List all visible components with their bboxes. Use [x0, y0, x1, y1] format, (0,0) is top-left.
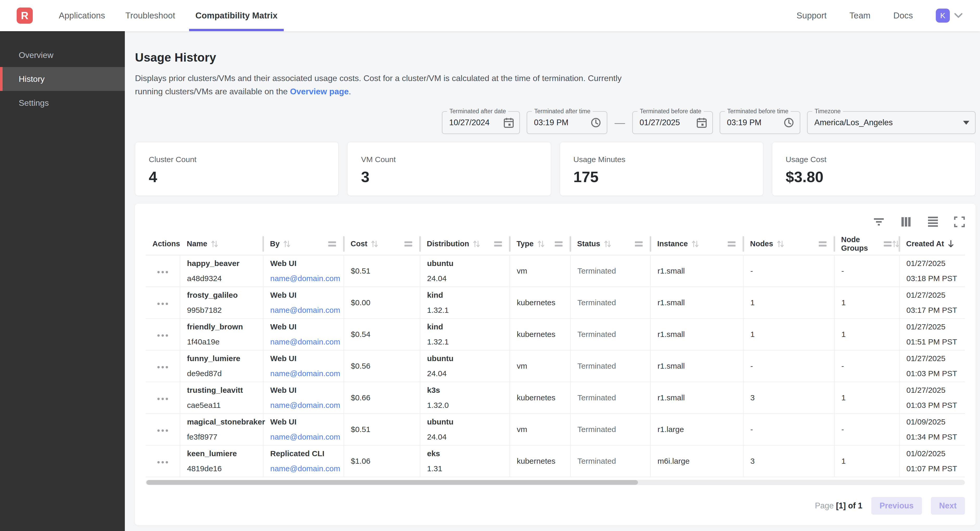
node-groups-cell: 1 — [834, 287, 899, 319]
row-actions-cell — [146, 319, 180, 350]
dropdown-arrow-icon[interactable] — [956, 121, 969, 125]
column-header-type[interactable]: Type — [510, 233, 570, 255]
overview-page-link[interactable]: Overview page — [290, 87, 349, 96]
node-groups-cell: 1 — [834, 319, 899, 350]
nav-link-docs[interactable]: Docs — [893, 11, 913, 21]
scrollbar-thumb[interactable] — [146, 480, 638, 485]
column-menu-icon[interactable] — [494, 240, 502, 248]
tab-applications[interactable]: Applications — [52, 0, 111, 31]
name-primary: trusting_leavitt — [187, 385, 263, 395]
row-actions-button[interactable] — [155, 395, 170, 403]
dist-primary: kind — [427, 290, 509, 300]
row-actions-button[interactable] — [155, 332, 170, 339]
terminated-before-time-label: Terminated before time — [725, 108, 791, 115]
node-groups-cell: - — [834, 350, 899, 382]
type: kubernetes — [517, 457, 555, 465]
stat-label: Usage Cost — [786, 155, 975, 164]
sidebar-item-settings[interactable]: Settings — [0, 91, 125, 115]
type: vm — [517, 266, 527, 275]
nodes: 3 — [750, 457, 755, 465]
nodes: - — [750, 425, 753, 434]
horizontal-scrollbar[interactable] — [146, 480, 965, 485]
column-menu-icon[interactable] — [884, 240, 892, 248]
column-menu-icon[interactable] — [728, 240, 735, 248]
dist-secondary: 24.04 — [427, 273, 509, 284]
clock-icon[interactable] — [584, 117, 601, 128]
tab-troubleshoot[interactable]: Troubleshoot — [119, 0, 181, 31]
sidebar-item-overview[interactable]: Overview — [0, 43, 125, 67]
instance-cell: r1.small — [651, 255, 743, 287]
email-link[interactable]: name@domain.com — [270, 401, 340, 409]
fullscreen-icon[interactable] — [954, 216, 965, 227]
created-date: 01/09/2025 — [907, 417, 965, 427]
email-link[interactable]: name@domain.com — [270, 338, 340, 346]
terminated-after-date-field[interactable]: Terminated after date 10/27/2024 — [442, 111, 520, 134]
columns-icon[interactable] — [900, 217, 912, 227]
column-header-cost[interactable]: Cost — [344, 233, 420, 255]
row-actions-button[interactable] — [155, 458, 170, 466]
column-menu-icon[interactable] — [555, 240, 563, 248]
email-link[interactable]: name@domain.com — [270, 369, 340, 378]
column-menu-icon[interactable] — [819, 240, 827, 248]
chevron-down-icon[interactable] — [954, 13, 963, 19]
email-link[interactable]: name@domain.com — [270, 464, 340, 473]
column-header-status[interactable]: Status — [570, 233, 651, 255]
terminated-before-date-value: 01/27/2025 — [640, 118, 680, 127]
column-header-actions: Actions — [146, 233, 180, 255]
cost: $0.66 — [351, 393, 371, 402]
stat-card-usage-cost: Usage Cost $3.80 — [772, 142, 975, 196]
created-at-cell: 01/02/202501:07 PM PST — [899, 445, 965, 477]
column-menu-icon[interactable] — [404, 240, 412, 248]
sort-icon — [371, 239, 378, 248]
name-cell: trusting_leavittcae5ea11 — [180, 382, 263, 414]
column-menu-icon[interactable] — [635, 240, 643, 248]
terminated-after-time-value: 03:19 PM — [534, 118, 568, 127]
row-actions-button[interactable] — [155, 268, 170, 276]
nodes-cell: - — [743, 255, 834, 287]
column-header-created-at[interactable]: Created At — [899, 233, 965, 255]
replicated-logo[interactable]: R — [17, 8, 33, 24]
previous-page-button[interactable]: Previous — [871, 497, 922, 515]
sort-icon — [537, 239, 545, 248]
user-avatar[interactable]: K — [936, 9, 950, 22]
sidebar-item-history[interactable]: History — [0, 67, 125, 91]
description-period: . — [349, 87, 351, 96]
by-primary: Web UI — [270, 385, 344, 395]
column-header-distribution[interactable]: Distribution — [420, 233, 510, 255]
table-row: magical_stonebrakerfe3f8977 Web UIname@d… — [146, 414, 965, 445]
status-badge: Terminated — [578, 425, 616, 434]
table-row: happy_beavera48d9324 Web UIname@domain.c… — [146, 255, 965, 287]
column-header-by[interactable]: By — [263, 233, 344, 255]
tab-compatibility-matrix[interactable]: Compatibility Matrix — [189, 0, 283, 31]
name-cell: magical_stonebrakerfe3f8977 — [180, 414, 263, 445]
created-time: 01:03 PM PST — [907, 400, 965, 411]
calendar-icon[interactable] — [690, 117, 706, 128]
density-icon[interactable] — [927, 216, 939, 228]
terminated-before-time-field[interactable]: Terminated before time 03:19 PM — [720, 111, 800, 134]
nav-link-team[interactable]: Team — [850, 11, 870, 21]
distribution-cell: k3s1.32.0 — [420, 382, 510, 414]
node-groups-cell: - — [834, 255, 899, 287]
row-actions-button[interactable] — [155, 300, 170, 308]
calendar-icon[interactable] — [497, 117, 514, 128]
timezone-select[interactable]: Timezone America/Los_Angeles — [807, 111, 975, 134]
column-header-node-groups[interactable]: Node Groups — [834, 233, 899, 255]
column-header-nodes[interactable]: Nodes — [743, 233, 834, 255]
clock-icon[interactable] — [777, 117, 794, 128]
sort-icon — [692, 239, 699, 248]
filter-icon[interactable] — [873, 217, 885, 227]
email-link[interactable]: name@domain.com — [270, 306, 340, 314]
status-badge: Terminated — [578, 266, 616, 275]
email-link[interactable]: name@domain.com — [270, 433, 340, 441]
next-page-button[interactable]: Next — [931, 497, 965, 515]
column-header-instance[interactable]: Instance — [651, 233, 743, 255]
column-header-name[interactable]: Name — [180, 233, 263, 255]
email-link[interactable]: name@domain.com — [270, 274, 340, 283]
terminated-before-date-field[interactable]: Terminated before date 01/27/2025 — [632, 111, 713, 134]
row-actions-button[interactable] — [155, 427, 170, 434]
nav-link-support[interactable]: Support — [797, 11, 827, 21]
terminated-after-time-field[interactable]: Terminated after time 03:19 PM — [527, 111, 607, 134]
column-menu-icon[interactable] — [328, 240, 336, 248]
row-actions-button[interactable] — [155, 363, 170, 371]
name-primary: happy_beaver — [187, 258, 263, 269]
